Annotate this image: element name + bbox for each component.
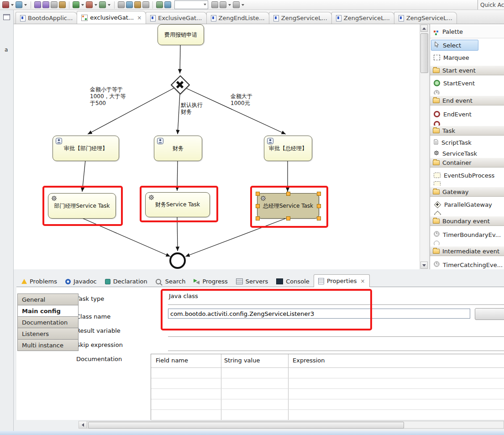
close-icon[interactable]: × — [137, 15, 142, 21]
menu-listeners[interactable]: Listeners — [17, 328, 79, 340]
menu-multi-instance[interactable]: Multi instance — [17, 339, 79, 351]
save-icon[interactable] — [34, 1, 41, 8]
hscrollbar-thumb[interactable] — [88, 422, 404, 429]
selection-handle[interactable] — [317, 192, 321, 196]
start-task-node[interactable]: 费用报销申请 — [158, 24, 204, 45]
print-icon[interactable] — [51, 1, 58, 8]
tab-zengendlistener[interactable]: ZengEndListe... — [206, 12, 269, 24]
new-dropdown-icon[interactable] — [11, 4, 14, 6]
open-type-icon[interactable] — [126, 1, 133, 8]
palette-item-timerboundaryevent[interactable]: TimerBoundaryEv... — [430, 229, 504, 241]
palette-item-partial[interactable] — [430, 241, 504, 245]
palette-item-scripttask[interactable]: ScriptTask — [430, 136, 504, 148]
back-icon[interactable] — [220, 1, 226, 8]
toolbar-combo[interactable] — [174, 0, 208, 9]
last-edit-icon[interactable] — [211, 1, 218, 8]
scroll-left-icon[interactable] — [79, 421, 87, 428]
palette-item-endevent[interactable]: EndEvent — [430, 108, 504, 120]
menu-main-config[interactable]: Main config — [17, 305, 79, 317]
save-all-icon[interactable] — [42, 1, 49, 8]
select-class-button[interactable] — [475, 308, 504, 320]
selection-handle[interactable] — [256, 216, 260, 220]
flow-label-middle[interactable]: 默认执行 财务 — [181, 102, 213, 115]
palette-group-container[interactable]: Container — [430, 157, 504, 168]
skip-expression-field[interactable] — [168, 351, 504, 351]
palette-item-partial[interactable] — [430, 181, 504, 186]
external-tools-dropdown-icon[interactable] — [108, 4, 110, 6]
vscrollbar-thumb[interactable] — [420, 33, 428, 73]
tab-zengservicelistener1[interactable]: ZengServiceL... — [269, 12, 332, 24]
selection-handle[interactable] — [286, 192, 290, 196]
palette-item-startevent[interactable]: StartEvent — [430, 77, 504, 89]
tab-exclusivegateway-diagram[interactable]: exclusiveGat... × — [77, 11, 146, 24]
palette-group-gateway[interactable]: Gateway — [430, 187, 504, 197]
palette-group-intermediate-event[interactable]: Intermediate event — [430, 246, 504, 256]
coverage-icon[interactable] — [86, 1, 93, 8]
palette-tool-marquee[interactable]: Marquee — [430, 52, 504, 63]
debug-dropdown-icon[interactable] — [24, 4, 27, 6]
tab-bootdoapplication[interactable]: BootdoApplic... — [16, 12, 77, 24]
tab-zengservicelistener2[interactable]: ZengServiceL... — [331, 12, 394, 24]
new-icon[interactable] — [2, 1, 9, 8]
annotation-icon[interactable] — [142, 1, 149, 8]
tab-problems[interactable]: Problems — [17, 276, 61, 287]
external-tools-icon[interactable] — [99, 1, 106, 8]
editor-vscrollbar[interactable] — [420, 24, 428, 269]
task-dept-manager-approve[interactable]: 审批【部门经理】 — [52, 136, 119, 161]
palette-group-start-event[interactable]: Start event — [430, 65, 504, 75]
selection-handle[interactable] — [317, 204, 321, 208]
scroll-down-icon[interactable] — [420, 262, 428, 269]
task-finance[interactable]: 财务 — [154, 136, 202, 161]
search-icon[interactable] — [118, 1, 125, 8]
menu-general[interactable]: General — [17, 293, 79, 305]
selection-handle[interactable] — [256, 204, 260, 208]
selection-handle[interactable] — [317, 216, 321, 220]
palette-item-timercatchingevent[interactable]: TimerCatchingEve... — [430, 259, 504, 269]
close-icon[interactable]: × — [361, 278, 365, 284]
exclusive-gateway-node[interactable] — [171, 75, 189, 94]
new-wizard-icon[interactable] — [134, 1, 141, 8]
palette-group-end-event[interactable]: End event — [430, 95, 504, 105]
palette-item-partial[interactable] — [430, 90, 504, 94]
tab-exclusivegateway[interactable]: ExclusiveGat... — [146, 12, 206, 24]
task-general-manager-approve[interactable]: 审批【总经理】 — [264, 136, 312, 161]
tab-console[interactable]: Console — [272, 276, 314, 287]
flow-label-right[interactable]: 金额大于 1000元 — [231, 93, 262, 107]
menu-documentation[interactable]: Documentation — [17, 316, 79, 328]
forward-dropdown-icon[interactable] — [242, 4, 244, 6]
back-dropdown-icon[interactable] — [228, 4, 231, 6]
palette-item-partial[interactable] — [430, 210, 504, 215]
tab-properties[interactable]: Properties × — [314, 274, 370, 287]
forward-icon[interactable] — [233, 1, 240, 8]
coverage-dropdown-icon[interactable] — [94, 4, 97, 6]
palette-group-task[interactable]: Task — [430, 126, 504, 136]
selection-handle[interactable] — [286, 216, 290, 220]
end-event-node[interactable] — [169, 252, 186, 269]
palette-item-eventsubprocess[interactable]: EventSubProcess — [430, 169, 504, 181]
tab-servers[interactable]: Servers — [232, 276, 272, 287]
format-icon[interactable] — [156, 1, 163, 8]
minimized-view-label[interactable]: a — [5, 47, 8, 53]
tab-zengservicelistener3[interactable]: ZengServiceL... — [394, 12, 457, 24]
diagram-canvas[interactable]: 费用报销申请 金额小于等于 1000，大于等 于500 默认执行 财务 金额大于… — [14, 24, 420, 269]
build-icon[interactable] — [59, 1, 66, 8]
palette-tool-select[interactable]: Select — [431, 40, 478, 51]
organize-imports-icon[interactable] — [164, 1, 171, 8]
result-variable-field[interactable] — [168, 336, 504, 337]
palette-item-partial[interactable] — [430, 121, 504, 126]
run-dropdown-icon[interactable] — [81, 4, 84, 6]
flow-label-left[interactable]: 金额小于等于 1000，大于等 于500 — [90, 86, 131, 107]
restore-view-icon[interactable] — [3, 14, 10, 20]
quick-access[interactable]: Quick Access — [478, 0, 504, 10]
tab-progress[interactable]: Progress — [189, 276, 231, 287]
palette-header[interactable]: Palette — [430, 25, 504, 38]
fields-table[interactable]: Field name String value Expression — [151, 354, 504, 420]
tab-javadoc[interactable]: Javadoc — [61, 276, 101, 287]
run-icon[interactable] — [73, 1, 79, 8]
tab-declaration[interactable]: Declaration — [101, 276, 152, 287]
palette-item-parallelgateway[interactable]: ParallelGateway — [430, 199, 504, 210]
scroll-up-icon[interactable] — [420, 25, 428, 32]
properties-hscrollbar[interactable] — [79, 421, 504, 429]
debug-icon[interactable] — [16, 1, 22, 8]
palette-group-boundary-event[interactable]: Boundary event — [430, 216, 504, 226]
